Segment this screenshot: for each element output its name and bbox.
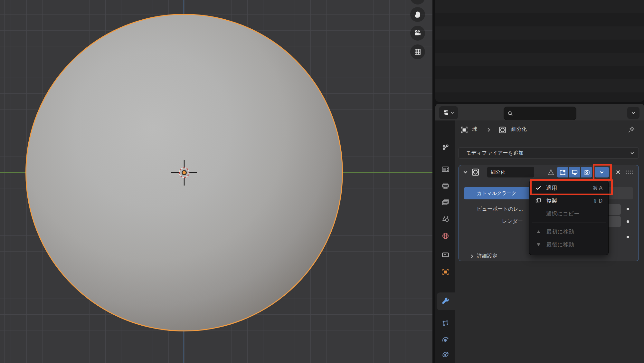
levels-viewport-label: ビューポートのレ...: [459, 206, 523, 213]
view-layer-images-icon: [441, 199, 450, 207]
outliner-region[interactable]: [435, 0, 644, 102]
menu-item-copy-to-selected[interactable]: 選択にコピー: [530, 207, 608, 220]
blender-window: 球 細分化 モディファイアーを追加: [0, 0, 644, 363]
tab-particles[interactable]: [438, 316, 453, 330]
modifier-name-value: 細分化: [491, 169, 505, 175]
tab-modifiers[interactable]: [438, 294, 453, 308]
constraints-icon: [441, 350, 450, 358]
physics-orbit-icon: [441, 336, 450, 344]
monitor-icon: [571, 169, 578, 176]
breadcrumb-modifier-name[interactable]: 細分化: [511, 126, 527, 133]
chevron-down-icon: [450, 111, 454, 115]
panel-expand-chevron-icon[interactable]: [463, 169, 468, 175]
properties-editor-icon: [443, 109, 450, 117]
render-camera-back-icon: [441, 165, 450, 173]
tab-output[interactable]: [438, 179, 453, 193]
levels-viewport-field-partial[interactable]: [608, 204, 621, 215]
close-x-icon: [615, 169, 621, 175]
grid-icon: [414, 48, 421, 56]
filter-options-button[interactable]: [627, 107, 639, 119]
menu-item-move-to-first-label: 最初に移動: [546, 228, 574, 235]
object-icon[interactable]: [460, 126, 469, 134]
edit-mode-display-toggle[interactable]: [545, 167, 556, 177]
breadcrumb: 球 細分化: [460, 124, 640, 136]
scene-icon: [441, 215, 450, 223]
modifier-name-field[interactable]: 細分化: [487, 167, 534, 177]
menu-item-duplicate-shortcut: ⇧ D: [593, 198, 602, 204]
advanced-label: 詳細設定: [477, 253, 497, 260]
menu-separator: [532, 223, 606, 223]
subdivision-modifier-icon: [470, 167, 480, 177]
remove-modifier-button[interactable]: [613, 167, 623, 177]
3d-cursor: [170, 158, 199, 187]
right-editor-column: 球 細分化 モディファイアーを追加: [432, 0, 644, 363]
tab-tool[interactable]: [438, 140, 453, 154]
copy-icon: [535, 197, 542, 204]
on-cage-icon: [559, 169, 566, 176]
wrench-icon: [441, 297, 450, 305]
triangle-up-icon: [536, 229, 541, 234]
pan-nav-button[interactable]: [410, 7, 425, 22]
movie-camera-icon: [413, 29, 422, 37]
output-printer-icon: [441, 182, 450, 190]
menu-item-copy-to-selected-label: 選択にコピー: [546, 210, 579, 217]
collection-box-icon: [441, 251, 450, 259]
render-camera-icon: [583, 169, 590, 176]
chevron-right-icon: [470, 254, 474, 259]
levels-render-field-partial[interactable]: [608, 216, 621, 227]
display-in-render-toggle[interactable]: [581, 167, 592, 177]
display-on-cage-toggle[interactable]: [557, 167, 568, 177]
tab-scene[interactable]: [438, 212, 453, 226]
properties-editor: 球 細分化 モディファイアーを追加: [435, 104, 644, 363]
triangle-down-icon: [536, 242, 541, 247]
zoom-nav-button[interactable]: [410, 0, 425, 5]
add-modifier-button[interactable]: モディファイアーを追加: [459, 147, 639, 159]
search-input[interactable]: [504, 107, 576, 120]
animate-dot-optimal-display[interactable]: [627, 236, 629, 238]
add-modifier-label: モディファイアーを追加: [466, 150, 524, 157]
tab-physics[interactable]: [438, 333, 453, 347]
breadcrumb-separator-icon: [486, 127, 491, 132]
menu-item-move-to-first[interactable]: 最初に移動: [530, 225, 608, 238]
world-globe-icon: [441, 232, 450, 240]
menu-item-move-to-last-label: 最後に移動: [546, 241, 574, 248]
tab-object[interactable]: [438, 265, 453, 279]
annotation-box-dropdown-button: [593, 164, 612, 180]
chevron-down-icon: [630, 151, 635, 156]
tab-collection[interactable]: [438, 247, 453, 262]
object-icon: [441, 268, 450, 276]
properties-header: [435, 104, 644, 120]
animate-dot-viewport[interactable]: [627, 208, 629, 210]
editor-type-button[interactable]: [439, 106, 458, 119]
hand-icon: [413, 10, 422, 19]
3d-viewport[interactable]: [0, 0, 432, 363]
chevron-down-icon: [631, 111, 636, 115]
animate-dot-render[interactable]: [627, 220, 629, 223]
pin-icon[interactable]: [627, 126, 635, 134]
breadcrumb-object-name[interactable]: 球: [472, 126, 477, 133]
ortho-grid-button[interactable]: [410, 44, 425, 59]
particles-icon: [441, 320, 450, 328]
tab-world[interactable]: [438, 229, 453, 243]
tab-constraints[interactable]: [438, 347, 453, 361]
menu-item-move-to-last[interactable]: 最後に移動: [530, 238, 608, 251]
tool-icon: [441, 143, 450, 151]
subdivision-modifier-icon[interactable]: [498, 125, 507, 135]
edit-mode-triangle-icon: [547, 168, 555, 176]
camera-view-button[interactable]: [410, 26, 425, 41]
annotation-box-apply-item: [530, 179, 613, 195]
search-icon: [507, 110, 513, 117]
display-in-viewport-toggle[interactable]: [569, 167, 580, 177]
subdivision-type-catmull-clark-button[interactable]: カトマルクラーク: [464, 187, 529, 199]
tab-view-layer[interactable]: [438, 196, 453, 210]
menu-item-duplicate[interactable]: 複製 ⇧ D: [530, 194, 608, 207]
tab-render[interactable]: [438, 162, 453, 176]
levels-render-label: レンダー: [459, 218, 523, 225]
advanced-subpanel-header[interactable]: 詳細設定: [470, 253, 497, 260]
properties-tab-strip: [435, 120, 455, 363]
drag-handle-dots[interactable]: [626, 170, 633, 175]
menu-item-duplicate-label: 複製: [546, 197, 557, 205]
type-catmull-clark-label: カトマルクラーク: [477, 190, 516, 196]
